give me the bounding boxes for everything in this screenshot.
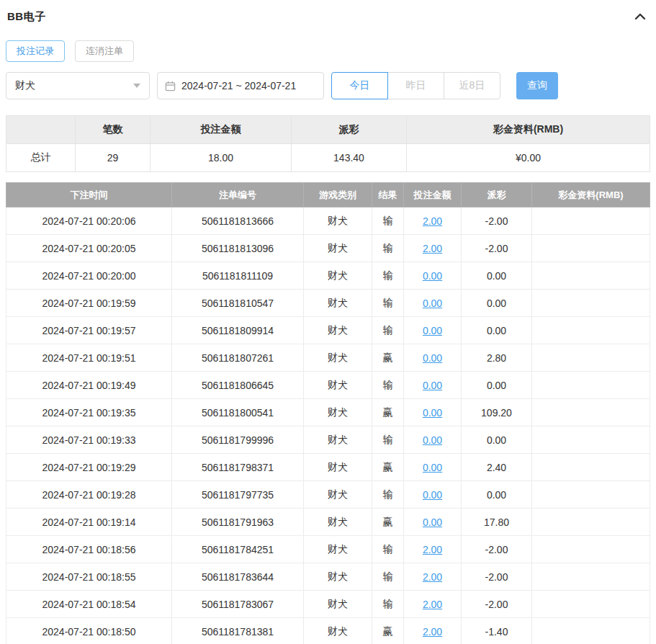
table-row: 2024-07-21 00:20:065061181813666财犬输2.00-… <box>6 207 650 235</box>
table-row: 2024-07-21 00:19:295061181798371财犬赢0.002… <box>6 454 650 481</box>
result-cell: 输 <box>372 290 404 317</box>
calendar-icon <box>165 81 176 91</box>
records-column-header: 结果 <box>372 183 404 207</box>
summary-header-bet-amount: 投注金额 <box>150 116 292 144</box>
game-type-cell: 财犬 <box>304 399 372 426</box>
bet-amount-link[interactable]: 0.00 <box>423 407 442 419</box>
bet-amount-link[interactable]: 2.00 <box>423 626 442 638</box>
payout-cell: 0.00 <box>462 262 532 290</box>
bet-amount-cell: 0.00 <box>404 344 462 372</box>
payout-cell: 0.00 <box>462 290 532 317</box>
summary-table: 笔数 投注金额 派彩 彩金资料(RMB) 总计 29 18.00 143.40 … <box>6 115 650 172</box>
bet-amount-link[interactable]: 0.00 <box>423 462 442 473</box>
game-type-cell: 财犬 <box>304 344 372 372</box>
records-column-header: 下注时间 <box>6 183 172 207</box>
payout-cell: 0.00 <box>462 426 532 454</box>
order-number-cell: 5061181813096 <box>172 235 304 262</box>
order-number-cell: 5061181811109 <box>172 262 304 290</box>
bet-amount-link[interactable]: 0.00 <box>423 380 442 391</box>
order-number-cell: 5061181781381 <box>172 618 304 644</box>
bet-time-cell: 2024-07-21 00:19:57 <box>6 317 172 344</box>
result-cell: 输 <box>372 536 404 563</box>
game-select[interactable]: 财犬 <box>6 72 150 99</box>
order-number-cell: 5061181810547 <box>172 290 304 317</box>
table-row: 2024-07-21 00:19:145061181791963财犬赢0.001… <box>6 509 650 536</box>
result-cell: 输 <box>372 235 404 262</box>
bet-amount-link[interactable]: 0.00 <box>423 516 442 528</box>
table-row: 2024-07-21 00:19:575061181809914财犬输0.000… <box>6 317 650 344</box>
quick-last8days-button[interactable]: 近8日 <box>444 72 500 99</box>
date-range-picker[interactable]: 2024-07-21 ~ 2024-07-21 <box>157 72 324 99</box>
game-type-cell: 财犬 <box>304 317 372 344</box>
game-type-cell: 财犬 <box>304 536 372 563</box>
summary-header-payout: 派彩 <box>292 116 407 144</box>
records-column-header: 注单编号 <box>172 183 304 207</box>
bet-amount-link[interactable]: 2.00 <box>423 243 442 254</box>
tab-bet-records[interactable]: 投注记录 <box>6 40 65 62</box>
query-button[interactable]: 查询 <box>516 72 558 99</box>
summary-count-value: 29 <box>76 144 150 172</box>
bet-amount-cell: 0.00 <box>404 372 462 399</box>
bet-time-cell: 2024-07-21 00:19:28 <box>6 481 172 509</box>
bet-time-cell: 2024-07-21 00:20:06 <box>6 207 172 235</box>
records-column-header: 彩金资料(RMB) <box>532 183 650 207</box>
summary-header-bonus: 彩金资料(RMB) <box>407 116 650 144</box>
payout-cell: 0.00 <box>462 372 532 399</box>
bet-amount-cell: 2.00 <box>404 207 462 235</box>
bet-amount-link[interactable]: 0.00 <box>423 325 442 336</box>
payout-cell: 2.80 <box>462 344 532 372</box>
bet-amount-cell: 2.00 <box>404 235 462 262</box>
bet-amount-link[interactable]: 2.00 <box>423 599 442 610</box>
tab-cancelled-orders[interactable]: 连消注单 <box>75 40 134 62</box>
result-cell: 赢 <box>372 454 404 481</box>
quick-today-button[interactable]: 今日 <box>331 72 388 99</box>
bet-amount-cell: 0.00 <box>404 262 462 290</box>
bet-time-cell: 2024-07-21 00:19:14 <box>6 509 172 536</box>
page-title: BB电子 <box>7 10 46 24</box>
payout-cell: -2.00 <box>462 207 532 235</box>
bet-amount-link[interactable]: 0.00 <box>423 270 442 282</box>
bet-amount-link[interactable]: 2.00 <box>423 571 442 583</box>
bet-amount-cell: 0.00 <box>404 509 462 536</box>
bet-amount-link[interactable]: 0.00 <box>423 352 442 364</box>
bonus-cell <box>532 454 650 481</box>
table-row: 2024-07-21 00:18:545061181783067财犬输2.00-… <box>6 591 650 618</box>
bet-amount-link[interactable]: 2.00 <box>423 544 442 555</box>
records-column-header: 投注金额 <box>404 183 462 207</box>
payout-cell: -2.00 <box>462 536 532 563</box>
bet-amount-link[interactable]: 0.00 <box>423 434 442 446</box>
bonus-cell <box>532 262 650 290</box>
order-number-cell: 5061181800541 <box>172 399 304 426</box>
result-cell: 输 <box>372 481 404 509</box>
bet-time-cell: 2024-07-21 00:19:49 <box>6 372 172 399</box>
table-row: 2024-07-21 00:19:515061181807261财犬赢0.002… <box>6 344 650 372</box>
bet-amount-link[interactable]: 2.00 <box>423 215 442 227</box>
bet-records-panel: BB电子 投注记录 连消注单 财犬 2024-07-21 ~ 2024-07-2… <box>0 0 656 644</box>
bet-amount-cell: 0.00 <box>404 454 462 481</box>
game-type-cell: 财犬 <box>304 426 372 454</box>
chevron-up-icon <box>634 12 646 21</box>
order-number-cell: 5061181813666 <box>172 207 304 235</box>
result-cell: 赢 <box>372 509 404 536</box>
table-row: 2024-07-21 00:18:565061181784251财犬输2.00-… <box>6 536 650 563</box>
bet-amount-cell: 0.00 <box>404 290 462 317</box>
bet-amount-link[interactable]: 0.00 <box>423 489 442 501</box>
bet-amount-link[interactable]: 0.00 <box>423 298 442 309</box>
game-type-cell: 财犬 <box>304 618 372 644</box>
game-type-cell: 财犬 <box>304 207 372 235</box>
bet-amount-cell: 2.00 <box>404 563 462 591</box>
bet-amount-cell: 2.00 <box>404 591 462 618</box>
bonus-cell <box>532 618 650 644</box>
collapse-button[interactable] <box>633 11 647 22</box>
game-type-cell: 财犬 <box>304 290 372 317</box>
result-cell: 输 <box>372 317 404 344</box>
bonus-cell <box>532 509 650 536</box>
result-cell: 赢 <box>372 618 404 644</box>
bonus-cell <box>532 591 650 618</box>
bonus-cell <box>532 399 650 426</box>
quick-yesterday-button[interactable]: 昨日 <box>387 72 444 99</box>
records-table: 下注时间注单编号游戏类别结果投注金额派彩彩金资料(RMB) 2024-07-21… <box>6 182 650 644</box>
payout-cell: -2.00 <box>462 563 532 591</box>
game-type-cell: 财犬 <box>304 481 372 509</box>
table-row: 2024-07-21 00:20:055061181813096财犬输2.00-… <box>6 235 650 262</box>
